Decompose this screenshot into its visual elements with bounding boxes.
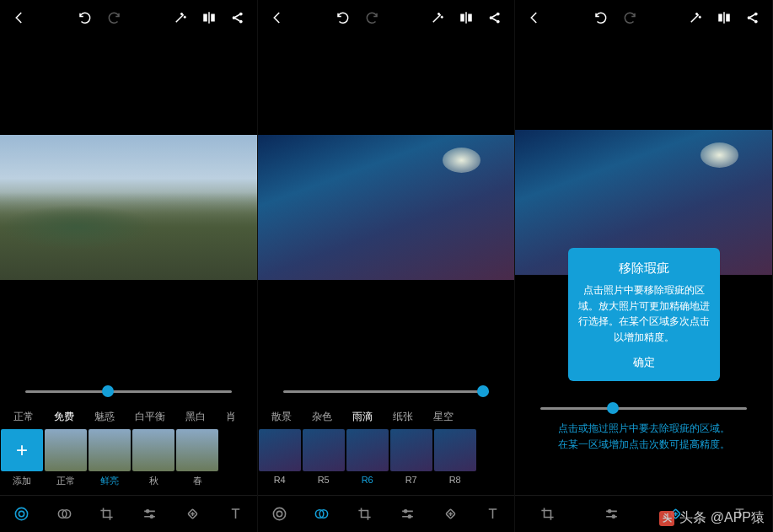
filter-thumb[interactable]: R6: [346, 429, 389, 495]
tool-text-icon[interactable]: [480, 502, 506, 527]
category-tab[interactable]: 肖: [216, 410, 246, 424]
screen-filters-free: 正常免费魅惑白平衡黑白肖 +添加正常鲜亮秋春: [0, 0, 258, 532]
tool-crop-icon[interactable]: [352, 502, 378, 527]
category-tab[interactable]: 黑白: [175, 410, 216, 424]
filter-thumb[interactable]: R7: [389, 429, 433, 495]
filter-thumb[interactable]: R4: [258, 429, 302, 495]
image-canvas[interactable]: [258, 35, 515, 379]
compare-icon[interactable]: [711, 5, 737, 30]
redo-icon[interactable]: [101, 5, 126, 30]
filter-thumb[interactable]: 鲜亮: [88, 429, 132, 495]
thumb-label: R6: [362, 475, 373, 485]
thumb-label: 正常: [56, 475, 75, 487]
back-icon[interactable]: [265, 5, 290, 30]
photo-landscape: [0, 135, 257, 280]
svg-point-13: [276, 511, 282, 516]
svg-point-23: [609, 510, 611, 513]
tool-text-icon[interactable]: [223, 502, 248, 527]
category-tab[interactable]: 纸张: [383, 410, 423, 424]
svg-point-17: [404, 510, 406, 513]
back-icon[interactable]: [522, 5, 547, 30]
compare-icon[interactable]: [454, 5, 479, 30]
tool-overlap-icon[interactable]: [51, 502, 77, 527]
back-icon[interactable]: [7, 5, 32, 30]
redo-icon[interactable]: [617, 5, 642, 30]
category-tabs: 散景杂色雨滴纸张星空: [258, 404, 515, 429]
bottom-tools: [515, 495, 772, 532]
slider-thumb[interactable]: [607, 402, 619, 414]
tool-sliders-icon[interactable]: [599, 502, 625, 527]
tool-text-icon[interactable]: [727, 502, 753, 527]
image-canvas[interactable]: 移除瑕疵 点击照片中要移除瑕疵的区域。放大照片可更加精确地进行选择。在某个区域多…: [515, 35, 772, 368]
tool-heal-icon[interactable]: [437, 502, 463, 527]
category-tab[interactable]: 杂色: [302, 410, 342, 424]
share-icon[interactable]: [225, 5, 250, 30]
filter-thumb[interactable]: 正常: [44, 429, 88, 495]
brush-size-slider-row: [515, 395, 772, 421]
category-tab[interactable]: 魅惑: [84, 410, 125, 424]
svg-point-3: [19, 511, 24, 516]
add-filter-button[interactable]: +添加: [0, 429, 44, 495]
screen-heal-tool: 移除瑕疵 点击照片中要移除瑕疵的区域。放大照片可更加精确地进行选择。在某个区域多…: [515, 0, 773, 532]
thumb-swatch: [303, 429, 345, 471]
thumb-label: 添加: [13, 475, 31, 487]
filter-thumb[interactable]: 秋: [132, 429, 175, 495]
undo-icon[interactable]: [588, 5, 614, 30]
tool-heal-icon[interactable]: [663, 502, 689, 527]
thumb-label: 鲜亮: [100, 475, 119, 487]
thumb-swatch: [346, 429, 389, 471]
intensity-slider-row: [0, 379, 257, 404]
compare-icon[interactable]: [196, 5, 222, 30]
hint-text: 点击或拖过照片中要去除瑕疵的区域。 在某一区域增加点击次数可提高精度。: [515, 421, 772, 453]
tool-crop-icon[interactable]: [534, 502, 560, 527]
wand-icon[interactable]: [425, 5, 450, 30]
toolbar: [515, 0, 772, 35]
dialog-title: 移除瑕疵: [578, 258, 710, 277]
tool-sliders-icon[interactable]: [137, 502, 163, 527]
category-tab[interactable]: 雨滴: [342, 410, 383, 424]
thumb-swatch: [89, 429, 131, 471]
share-icon[interactable]: [482, 5, 507, 30]
bottom-tools: [0, 495, 257, 532]
redo-icon[interactable]: [359, 5, 384, 30]
brush-size-slider[interactable]: [540, 407, 747, 410]
slider-thumb[interactable]: [102, 385, 114, 397]
hint-line-1: 点击或拖过照片中要去除瑕疵的区域。: [515, 421, 772, 437]
tool-looks-icon[interactable]: [266, 502, 292, 527]
slider-thumb[interactable]: [477, 385, 489, 397]
filter-thumb[interactable]: R8: [433, 429, 477, 495]
image-canvas[interactable]: [0, 35, 257, 379]
screen-filters-rain: 散景杂色雨滴纸张星空 R4R5R6R7R8: [258, 0, 516, 532]
intensity-slider[interactable]: [25, 390, 232, 393]
tool-heal-icon[interactable]: [180, 502, 205, 527]
thumb-swatch: [259, 429, 301, 471]
undo-icon[interactable]: [72, 5, 98, 30]
filter-thumb[interactable]: 春: [175, 429, 219, 495]
toolbar: [258, 0, 515, 35]
category-tab[interactable]: 星空: [423, 410, 464, 424]
category-tab[interactable]: 散景: [261, 410, 302, 424]
filter-thumb[interactable]: R5: [302, 429, 346, 495]
thumb-label: 春: [193, 475, 202, 487]
tool-overlap-icon[interactable]: [309, 502, 335, 527]
photo-rain: [258, 135, 515, 280]
thumb-swatch: [176, 429, 218, 471]
thumb-swatch: [390, 429, 432, 471]
category-tab[interactable]: 免费: [44, 410, 84, 424]
thumb-label: R5: [318, 475, 330, 485]
hint-line-2: 在某一区域增加点击次数可提高精度。: [515, 437, 772, 453]
dialog-body: 点击照片中要移除瑕疵的区域。放大照片可更加精确地进行选择。在某个区域多次点击以增…: [578, 282, 710, 345]
intensity-slider[interactable]: [283, 390, 490, 393]
svg-point-7: [147, 510, 149, 513]
thumb-swatch: [132, 429, 174, 471]
category-tab[interactable]: 白平衡: [125, 410, 175, 424]
wand-icon[interactable]: [683, 5, 708, 30]
thumb-swatch: [434, 429, 476, 471]
tool-looks-icon[interactable]: [8, 502, 34, 527]
undo-icon[interactable]: [330, 5, 356, 30]
wand-icon[interactable]: [168, 5, 193, 30]
share-icon[interactable]: [740, 5, 765, 30]
tool-sliders-icon[interactable]: [395, 502, 420, 527]
tool-crop-icon[interactable]: [94, 502, 120, 527]
category-tab[interactable]: 正常: [3, 410, 44, 424]
